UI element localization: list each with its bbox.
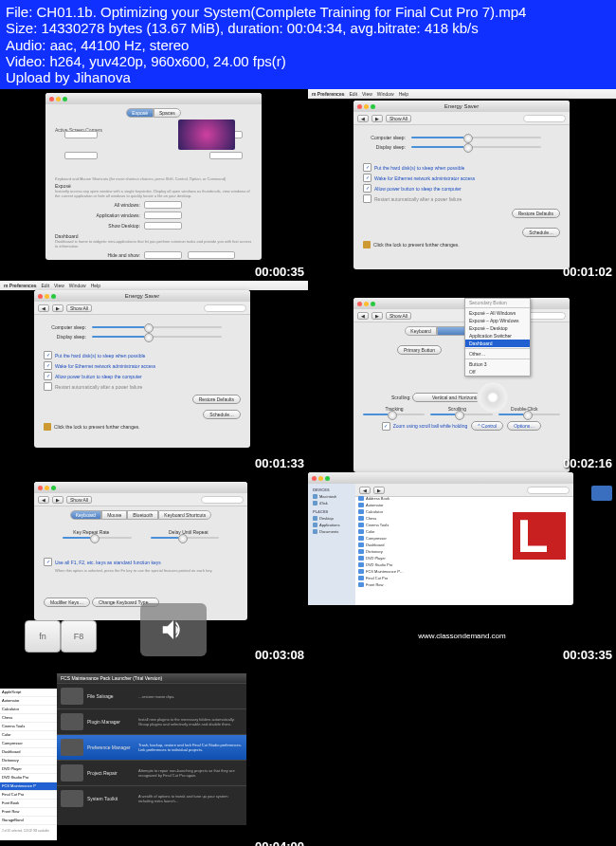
mousebtn-dd[interactable] xyxy=(188,251,235,259)
menu-appwin[interactable]: Exposé – App Windows xyxy=(465,317,530,324)
tab-mouse[interactable]: Mouse xyxy=(101,510,127,520)
list-item[interactable]: Dictionary xyxy=(355,548,431,555)
list-item[interactable]: Compressor xyxy=(355,535,431,542)
tab-bluetooth[interactable]: Bluetooth xyxy=(127,510,158,520)
dclick-slider[interactable] xyxy=(498,414,560,415)
allwin-dd[interactable] xyxy=(144,201,182,209)
edit-menu[interactable]: Edit xyxy=(41,283,49,288)
list-item[interactable]: Font Book xyxy=(0,800,57,808)
corner-tl[interactable] xyxy=(64,131,98,138)
app-menu[interactable]: m Preferences xyxy=(4,283,36,288)
check-wake-ethernet[interactable]: Wake for Ethernet network administrator … xyxy=(363,174,560,182)
card-plugin-manager[interactable]: Plugin ManagerInstall new plugins to the… xyxy=(57,708,246,734)
corner-br[interactable] xyxy=(209,152,243,159)
list-item[interactable]: Cinema Tools xyxy=(355,522,431,528)
sidebar-item[interactable]: Applications xyxy=(311,522,353,528)
help-menu[interactable]: Help xyxy=(91,283,100,288)
sidebar-item[interactable]: Documents xyxy=(311,528,353,535)
corner-bl[interactable] xyxy=(64,152,98,159)
list-item[interactable]: Color xyxy=(0,731,57,740)
lock-icon[interactable] xyxy=(44,423,51,431)
appwin-dd[interactable] xyxy=(144,212,182,219)
list-item[interactable]: Final Cut Pro xyxy=(0,791,57,800)
computer-sleep-slider[interactable] xyxy=(411,137,541,138)
sidebar-item[interactable]: Desktop xyxy=(311,515,353,522)
list-item[interactable]: Calculator xyxy=(0,706,57,714)
search-input[interactable] xyxy=(204,304,246,312)
tab-keyboard[interactable]: Keyboard xyxy=(70,510,101,520)
showall-button[interactable]: Show All xyxy=(66,304,92,312)
check-fn-keys[interactable]: Use all F1, F2, etc. keys as standard fu… xyxy=(44,558,238,566)
fwd-button[interactable]: ▶ xyxy=(52,304,63,312)
list-item[interactable]: Final Cut Pro xyxy=(355,575,431,581)
list-item[interactable]: AppleScript xyxy=(0,689,57,697)
display-sleep-slider[interactable] xyxy=(92,336,222,338)
menu-button3[interactable]: Button 3 xyxy=(465,360,530,368)
tab-expose[interactable]: Exposé xyxy=(126,108,154,118)
help-menu[interactable]: Help xyxy=(399,91,408,97)
delay-slider[interactable] xyxy=(151,537,220,539)
fwd-button[interactable]: ▶ xyxy=(52,496,63,504)
check-zoom[interactable]: Zoom using scroll ball while holding ^ C… xyxy=(363,421,560,431)
repeat-slider[interactable] xyxy=(63,537,132,539)
sidebar-item[interactable]: Macintosh xyxy=(311,493,353,500)
modifier-keys-button[interactable]: Modifier Keys… xyxy=(44,598,90,607)
check-hd-sleep[interactable]: Put the hard disk(s) to sleep when possi… xyxy=(44,351,241,359)
hideshow-dd[interactable] xyxy=(144,251,182,259)
edit-menu[interactable]: Edit xyxy=(349,91,357,97)
primary-button-dd[interactable]: Primary Button xyxy=(397,345,442,355)
card-project-repair[interactable]: Project RepairAttempts to repair non-lau… xyxy=(57,760,246,785)
list-item[interactable]: DVD Studio Pro xyxy=(355,561,431,568)
list-item[interactable]: Automator xyxy=(0,697,57,706)
check-power-button[interactable]: Allow power button to sleep the computer xyxy=(363,184,560,193)
list-item[interactable]: Address Book xyxy=(355,495,431,502)
search-input[interactable] xyxy=(527,487,570,494)
check-wake-ethernet[interactable]: Wake for Ethernet network administrator … xyxy=(44,361,241,370)
tab-shortcuts[interactable]: Keyboard Shortcuts xyxy=(158,510,211,520)
search-input[interactable] xyxy=(523,115,566,122)
card-preference-manager[interactable]: Preference ManagerTrash, backup, restore… xyxy=(57,734,246,760)
fwd-button[interactable]: ▶ xyxy=(371,312,383,320)
zoom-key-dd[interactable]: ^ Control xyxy=(471,421,503,431)
app-menu[interactable]: m Preferences xyxy=(312,91,344,97)
fwd-button[interactable]: ▶ xyxy=(371,115,383,122)
list-item[interactable]: Front Row xyxy=(355,581,431,588)
list-item[interactable]: Dashboard xyxy=(355,542,431,548)
desktop-folder-icon[interactable] xyxy=(591,486,612,501)
showall-button[interactable]: Show All xyxy=(386,115,411,122)
display-sleep-slider[interactable] xyxy=(411,146,541,148)
list-item[interactable]: FCS Maintenance P… xyxy=(355,568,431,575)
list-item[interactable]: Front Row xyxy=(0,808,57,817)
card-file-salvage[interactable]: File Salvage…restore movie clips. xyxy=(57,683,246,708)
card-system-toolkit[interactable]: System ToolkitA wealth of options to twe… xyxy=(57,785,246,811)
computer-sleep-slider[interactable] xyxy=(92,326,222,328)
restore-defaults-button[interactable]: Restore Defaults xyxy=(192,395,241,404)
tab-spaces[interactable]: Spaces xyxy=(154,108,181,118)
list-item[interactable]: Chess xyxy=(355,515,431,522)
check-restart[interactable]: Restart automatically after a power fail… xyxy=(363,194,560,203)
list-item[interactable]: Color xyxy=(355,528,431,535)
desktop-dd[interactable] xyxy=(144,222,182,230)
menu-other[interactable]: Other… xyxy=(465,350,530,358)
menu-switcher[interactable]: Application Switcher xyxy=(465,332,530,340)
list-item[interactable]: DVD Player xyxy=(0,765,57,774)
scroll-slider[interactable] xyxy=(430,414,492,415)
showall-button[interactable]: Show All xyxy=(386,312,411,320)
list-item[interactable]: Automator xyxy=(355,502,431,508)
menu-dashboard[interactable]: Dashboard xyxy=(465,340,530,347)
lock-icon[interactable] xyxy=(363,241,371,248)
back-button[interactable]: ◀ xyxy=(357,312,369,320)
list-item[interactable]: GarageBand xyxy=(0,817,57,825)
tab-keyboard[interactable]: Keyboard xyxy=(405,326,436,336)
fwd-button[interactable]: ▶ xyxy=(373,487,385,494)
back-button[interactable]: ◀ xyxy=(359,487,371,494)
options-button[interactable]: Options… xyxy=(507,421,541,431)
restore-defaults-button[interactable]: Restore Defaults xyxy=(512,209,560,218)
menu-off[interactable]: Off xyxy=(465,368,530,376)
sidebar-item[interactable]: iDisk xyxy=(311,500,353,506)
back-button[interactable]: ◀ xyxy=(357,115,369,122)
list-item[interactable]: FCS Maintenance P xyxy=(0,782,57,791)
back-button[interactable]: ◀ xyxy=(38,304,49,312)
list-item[interactable]: Cinema Tools xyxy=(0,723,57,731)
list-item[interactable]: Calculator xyxy=(355,508,431,515)
